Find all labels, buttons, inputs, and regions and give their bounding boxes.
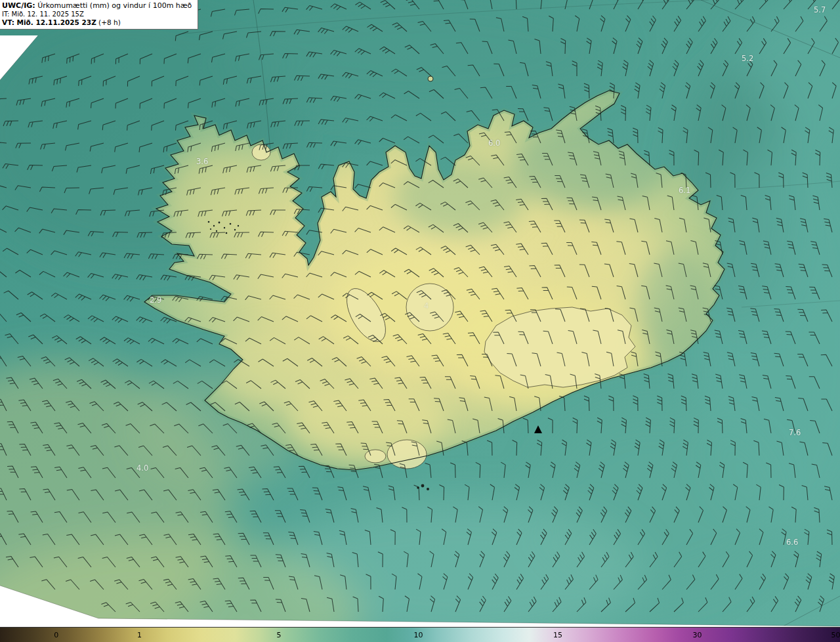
model-title: Úrkomumætti (mm) og vindur í 100m hæð	[35, 1, 192, 10]
init-time: IT: Mið. 12. 11. 2025 15Z	[2, 11, 192, 18]
glacier-myrdalsjokull	[387, 440, 427, 469]
glacier-drangajokull	[252, 144, 270, 160]
colorbar-tick-5: 5	[276, 631, 281, 639]
colorbar-tick-15: 15	[553, 631, 562, 639]
glacier-hofsjokull	[406, 284, 453, 331]
weather-map-page: 5.75.26.03.66.12.944.07.66.6 UWC/IG: Úrk…	[0, 0, 840, 642]
colorbar-tick-50: 50	[831, 631, 840, 639]
valid-time: VT: Mið. 12.11.2025 23Z	[2, 18, 96, 26]
valid-time-offset: (+8 h)	[96, 18, 121, 26]
model-label: UWC/IG:	[2, 1, 35, 10]
glacier-eyjafjallajokull	[365, 450, 386, 463]
colorbar-tick-10: 10	[413, 631, 423, 639]
colorbar-tick-30: 30	[692, 631, 702, 639]
title-box: UWC/IG: Úrkomumætti (mm) og vindur í 100…	[0, 0, 198, 30]
model-title-line: UWC/IG: Úrkomumætti (mm) og vindur í 100…	[2, 1, 192, 11]
valid-time-line: VT: Mið. 12.11.2025 23Z (+8 h)	[2, 18, 192, 27]
colorbar-gradient: 01510153050	[0, 627, 840, 642]
colorbar-tick-1: 1	[137, 631, 142, 639]
weather-map-canvas	[0, 0, 840, 642]
colorbar-tick-0: 0	[54, 631, 58, 639]
